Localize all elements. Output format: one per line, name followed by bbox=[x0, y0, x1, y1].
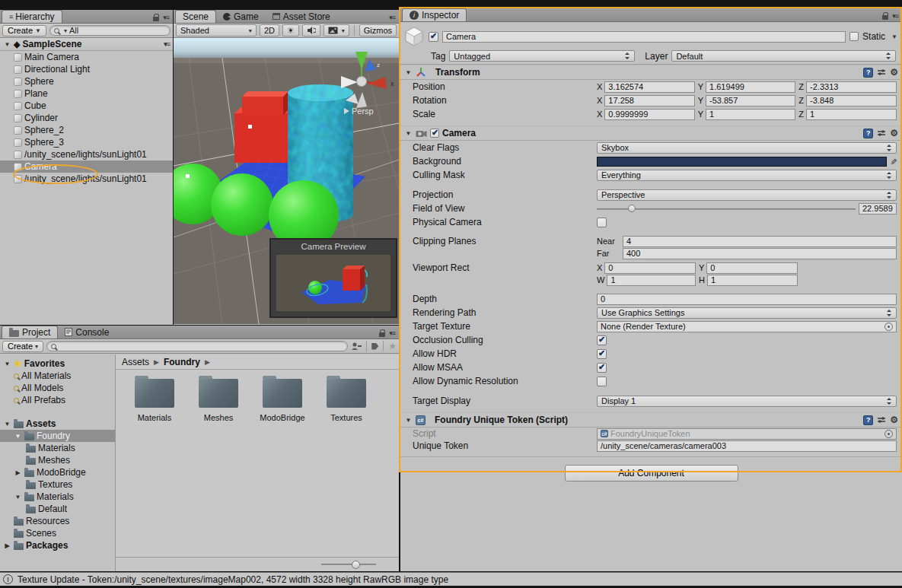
effects-dropdown-button[interactable]: ▾ bbox=[324, 24, 349, 37]
project-tree-item[interactable]: Materials bbox=[0, 442, 115, 454]
gear-icon[interactable]: ⚙ bbox=[890, 415, 898, 424]
camera-component-header[interactable]: ▼ Camera ⚙ bbox=[400, 126, 902, 141]
help-icon[interactable] bbox=[863, 415, 873, 425]
viewport-x-field[interactable]: 0 bbox=[604, 262, 696, 274]
scene-header-row[interactable]: ▼ ◈ SampleScene ▾≡ bbox=[0, 38, 173, 51]
projection-dropdown[interactable]: Perspective bbox=[597, 189, 897, 201]
scale-z-field[interactable]: 1 bbox=[806, 109, 897, 120]
project-tree-item[interactable]: ▶Packages bbox=[0, 539, 115, 551]
asset-folder[interactable]: Meshes bbox=[190, 379, 247, 422]
breadcrumb-current[interactable]: Foundry bbox=[164, 357, 200, 367]
gameobject-name-field[interactable]: Camera bbox=[442, 31, 846, 43]
rendering-path-dropdown[interactable]: Use Graphics Settings bbox=[597, 307, 897, 319]
hierarchy-item[interactable]: Cube bbox=[0, 100, 173, 112]
unique-token-field[interactable]: /unity_scene/cameras/camera003 bbox=[597, 440, 897, 452]
shading-mode-dropdown[interactable]: Shaded ▾ bbox=[176, 24, 257, 37]
green-sphere[interactable] bbox=[211, 173, 273, 236]
hierarchy-item-selected[interactable]: Camera bbox=[0, 161, 173, 173]
eyedropper-icon[interactable]: ✎ bbox=[888, 157, 898, 164]
gear-icon[interactable]: ⚙ bbox=[890, 68, 898, 77]
project-tree-item[interactable]: ▼Assets bbox=[0, 418, 115, 430]
scene-viewport[interactable]: x z Persp Camera Preview bbox=[174, 38, 399, 324]
presets-icon[interactable] bbox=[877, 129, 886, 138]
hierarchy-item[interactable]: Cylinder bbox=[0, 112, 173, 124]
lock-icon[interactable] bbox=[379, 332, 385, 337]
scene-menu-icon[interactable]: ▾≡ bbox=[164, 40, 173, 48]
position-x-field[interactable]: 3.162574 bbox=[604, 81, 694, 93]
viewport-h-field[interactable]: 1 bbox=[707, 275, 798, 286]
viewport-w-field[interactable]: 1 bbox=[607, 275, 696, 286]
lock-icon[interactable] bbox=[882, 15, 888, 20]
viewport-y-field[interactable]: 0 bbox=[706, 262, 798, 274]
near-clip-field[interactable]: 4 bbox=[623, 236, 897, 247]
rotation-x-field[interactable]: 17.258 bbox=[604, 95, 694, 106]
static-dropdown-icon[interactable]: ▼ bbox=[891, 33, 897, 40]
static-checkbox[interactable] bbox=[849, 32, 859, 41]
save-search-star-icon[interactable]: ★ bbox=[388, 341, 397, 351]
transform-header[interactable]: ▼ Transform ⚙ bbox=[400, 65, 902, 80]
fold-arrow-icon[interactable]: ▼ bbox=[404, 130, 413, 137]
rotation-y-field[interactable]: -53.857 bbox=[706, 95, 795, 106]
project-tree-item[interactable]: Textures bbox=[0, 478, 115, 491]
project-tree-item[interactable]: Scenes bbox=[0, 527, 115, 539]
asset-folder[interactable]: ModoBridge bbox=[254, 379, 311, 422]
panel-menu-icon[interactable]: ▾≡ bbox=[389, 14, 395, 21]
project-tree-item[interactable]: ▼Materials bbox=[0, 491, 115, 503]
hierarchy-item[interactable]: Plane bbox=[0, 87, 173, 100]
culling-mask-dropdown[interactable]: Everything bbox=[597, 170, 897, 181]
audio-toggle-button[interactable] bbox=[302, 24, 320, 37]
rotation-z-field[interactable]: -3.848 bbox=[806, 95, 897, 106]
fold-arrow-icon[interactable]: ▼ bbox=[3, 41, 11, 48]
gizmos-dropdown[interactable]: Gizmos bbox=[359, 24, 397, 37]
panel-menu-icon[interactable]: ▾≡ bbox=[892, 12, 898, 20]
occlusion-culling-checkbox[interactable] bbox=[597, 335, 607, 345]
hierarchy-item[interactable]: Directional Light bbox=[0, 63, 173, 75]
hierarchy-item[interactable]: Main Camera bbox=[0, 51, 173, 63]
tab-asset-store[interactable]: Asset Store bbox=[266, 10, 337, 23]
add-component-button[interactable]: Add Component bbox=[565, 465, 738, 482]
project-tree-item[interactable]: Meshes bbox=[0, 454, 115, 466]
project-create-button[interactable]: Create▾ bbox=[2, 341, 43, 352]
active-checkbox[interactable] bbox=[429, 32, 438, 42]
project-tree-item-selected[interactable]: ▼Foundry bbox=[0, 430, 115, 442]
tab-inspector[interactable]: Inspector bbox=[402, 8, 467, 21]
hierarchy-item[interactable]: /unity_scene/lights/sunLight01 bbox=[0, 148, 173, 161]
favorites-root[interactable]: ▼★Favorites bbox=[0, 358, 115, 370]
hierarchy-item[interactable]: /unity_scene/lights/sunLight01 bbox=[0, 173, 173, 185]
thumbnail-zoom-slider[interactable] bbox=[321, 564, 376, 565]
hierarchy-item[interactable]: Sphere_2 bbox=[0, 124, 173, 136]
hierarchy-create-button[interactable]: Create▼ bbox=[2, 25, 46, 37]
physical-camera-checkbox[interactable] bbox=[597, 218, 607, 227]
lighting-toggle-button[interactable]: ☀ bbox=[282, 24, 299, 37]
hierarchy-item[interactable]: Sphere_3 bbox=[0, 136, 173, 148]
lock-icon[interactable] bbox=[153, 17, 159, 21]
fov-slider-thumb[interactable] bbox=[628, 205, 636, 212]
fov-slider[interactable] bbox=[597, 203, 856, 215]
presets-icon[interactable] bbox=[877, 68, 886, 77]
project-tree-item[interactable]: Resources bbox=[0, 515, 115, 527]
allow-msaa-checkbox[interactable] bbox=[597, 363, 607, 373]
tab-game[interactable]: Game bbox=[216, 10, 266, 23]
allow-hdr-checkbox[interactable] bbox=[597, 349, 607, 359]
help-icon[interactable] bbox=[863, 129, 873, 138]
target-display-dropdown[interactable]: Display 1 bbox=[597, 396, 897, 407]
fold-arrow-icon[interactable]: ▼ bbox=[404, 69, 413, 76]
gear-icon[interactable]: ⚙ bbox=[890, 129, 898, 138]
tab-project[interactable]: Project bbox=[2, 326, 58, 338]
asset-folder[interactable]: Textures bbox=[318, 379, 375, 422]
favorites-item[interactable]: All Materials bbox=[0, 370, 115, 382]
foundry-token-header[interactable]: ▼ Foundry Unique Token (Script) ⚙ bbox=[400, 412, 902, 427]
presets-icon[interactable] bbox=[877, 415, 886, 424]
gizmo-center[interactable] bbox=[357, 77, 367, 87]
clear-flags-dropdown[interactable]: Skybox bbox=[597, 142, 897, 154]
project-search-input[interactable] bbox=[46, 341, 348, 351]
allow-dynamic-resolution-checkbox[interactable] bbox=[597, 377, 607, 386]
script-field[interactable]: FoundryUniqueToken bbox=[597, 428, 897, 440]
vertex-handle[interactable] bbox=[248, 125, 252, 129]
asset-folder[interactable]: Materials bbox=[126, 379, 183, 422]
project-tree-item[interactable]: ▶ModoBridge bbox=[0, 466, 115, 478]
search-by-label-icon[interactable] bbox=[371, 343, 378, 350]
breadcrumb-root[interactable]: Assets bbox=[122, 357, 149, 367]
vertex-handle[interactable] bbox=[186, 174, 190, 178]
hierarchy-search-input[interactable]: ▾ All bbox=[49, 25, 171, 36]
